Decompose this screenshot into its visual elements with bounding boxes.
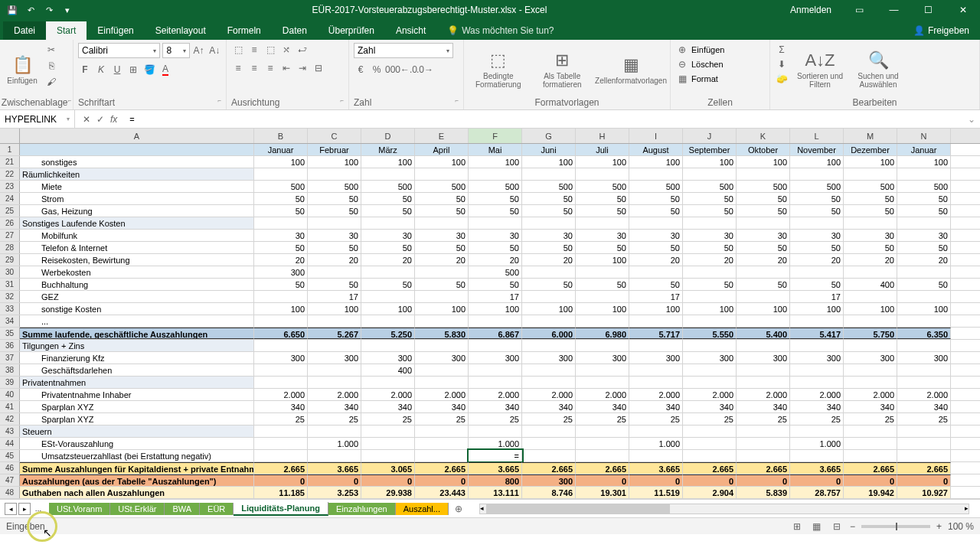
bold-icon[interactable]: F	[78, 63, 92, 77]
login-link[interactable]: Anmelden	[779, 5, 842, 15]
view-layout-icon[interactable]: ▦	[810, 520, 824, 533]
cell[interactable]	[415, 450, 469, 461]
font-size-combo[interactable]: 8▾	[162, 43, 189, 58]
cell[interactable]: 0	[737, 474, 790, 486]
cell[interactable]	[844, 377, 897, 388]
cell[interactable]: 0	[576, 474, 629, 486]
cell[interactable]	[254, 450, 308, 461]
tab-nav-last[interactable]: ▸	[18, 503, 31, 515]
cell[interactable]	[361, 291, 415, 302]
cell[interactable]: 20	[844, 254, 897, 266]
cell[interactable]: 25	[415, 413, 469, 425]
cell[interactable]	[361, 438, 415, 449]
cell[interactable]	[737, 315, 790, 327]
cell[interactable]: 300	[576, 352, 629, 364]
cell[interactable]	[629, 315, 683, 327]
cell[interactable]: 100	[361, 303, 415, 315]
cell[interactable]: 800	[469, 474, 522, 486]
formula-bar[interactable]: =	[125, 115, 963, 124]
cell[interactable]: 1.000	[469, 438, 522, 449]
cell[interactable]: 100	[844, 156, 897, 168]
cell[interactable]: 340	[897, 401, 951, 412]
cell[interactable]: 340	[576, 401, 629, 412]
cell[interactable]	[308, 217, 361, 229]
cell[interactable]	[790, 425, 844, 437]
cell[interactable]: 25	[629, 413, 683, 425]
cell[interactable]: 300	[308, 352, 361, 364]
cell[interactable]: 0	[629, 474, 683, 486]
cell[interactable]	[790, 364, 844, 376]
cell[interactable]	[897, 340, 951, 351]
cell[interactable]: 100	[308, 156, 361, 168]
row-header-48[interactable]: 48	[0, 487, 20, 498]
cell[interactable]	[469, 377, 522, 388]
cell[interactable]	[897, 315, 951, 327]
cell[interactable]: 500	[683, 181, 737, 192]
cell[interactable]: 50	[361, 242, 415, 253]
cell[interactable]	[522, 217, 576, 229]
cell[interactable]	[737, 168, 790, 180]
cell[interactable]: 2.000	[737, 389, 790, 400]
cell[interactable]: 19.942	[844, 487, 897, 498]
cell[interactable]: 2.665	[897, 462, 951, 474]
cell[interactable]: 50	[629, 193, 683, 204]
cell[interactable]: 0	[254, 474, 308, 486]
cell[interactable]	[254, 168, 308, 180]
cell[interactable]: 100	[576, 254, 629, 266]
cell[interactable]: 50	[469, 279, 522, 290]
cell[interactable]	[737, 364, 790, 376]
clear-icon[interactable]: 🧽	[775, 72, 789, 86]
row-header-25[interactable]: 25	[0, 205, 20, 217]
cell[interactable]: 50	[522, 193, 576, 204]
cell[interactable]: 100	[629, 156, 683, 168]
fill-icon[interactable]: ⬇	[775, 57, 789, 71]
cell[interactable]	[683, 315, 737, 327]
tab-formulas[interactable]: Formeln	[217, 21, 272, 40]
cell[interactable]	[469, 340, 522, 351]
row-header-35[interactable]: 35	[0, 328, 20, 339]
cell[interactable]	[254, 315, 308, 327]
row-header-37[interactable]: 37	[0, 352, 20, 364]
cell[interactable]	[415, 425, 469, 437]
cell[interactable]: 300	[629, 352, 683, 364]
sort-filter-button[interactable]: A↓ZSortieren und Filtern	[793, 43, 847, 96]
cell[interactable]: 100	[469, 156, 522, 168]
cell[interactable]: 50	[844, 205, 897, 217]
cell[interactable]: 500	[254, 181, 308, 192]
wrap-text-icon[interactable]: ⮐	[296, 43, 309, 57]
align-center-icon[interactable]: ≡	[247, 61, 261, 75]
cell[interactable]	[897, 291, 951, 302]
row-header-42[interactable]: 42	[0, 413, 20, 425]
cell[interactable]: 13.111	[469, 487, 522, 498]
formula-expand-icon[interactable]: ⌄	[963, 114, 980, 125]
cell[interactable]: 50	[737, 242, 790, 253]
cell[interactable]	[790, 217, 844, 229]
name-box[interactable]: HYPERLINK▾	[0, 110, 75, 128]
cell[interactable]	[844, 168, 897, 180]
cell[interactable]: 100	[790, 303, 844, 315]
cell[interactable]	[897, 266, 951, 278]
cell[interactable]: 30	[576, 230, 629, 241]
conditional-fmt-button[interactable]: ⬚Bedingte Formatierung	[469, 43, 528, 96]
cell[interactable]: 0	[415, 474, 469, 486]
cell[interactable]: 340	[361, 401, 415, 412]
delete-cells-button[interactable]: ⊖Löschen	[675, 57, 765, 71]
cell[interactable]: 100	[844, 303, 897, 315]
cell[interactable]: 50	[308, 205, 361, 217]
cell[interactable]: 2.000	[897, 389, 951, 400]
cell[interactable]: 10.927	[897, 487, 951, 498]
cell[interactable]: 340	[415, 401, 469, 412]
border-icon[interactable]: ⊞	[126, 63, 140, 77]
cell[interactable]: 2.000	[415, 389, 469, 400]
zoom-level[interactable]: 100 %	[948, 521, 974, 532]
cell[interactable]: 50	[629, 205, 683, 217]
cell[interactable]: 50	[737, 279, 790, 290]
cell[interactable]	[522, 340, 576, 351]
row-header-28[interactable]: 28	[0, 242, 20, 253]
maximize-icon[interactable]: ☐	[911, 0, 946, 20]
cell[interactable]	[790, 340, 844, 351]
cell[interactable]: 500	[844, 181, 897, 192]
cell[interactable]: 28.757	[790, 487, 844, 498]
cell[interactable]	[415, 168, 469, 180]
share-button[interactable]: 👤Freigeben	[903, 21, 980, 40]
